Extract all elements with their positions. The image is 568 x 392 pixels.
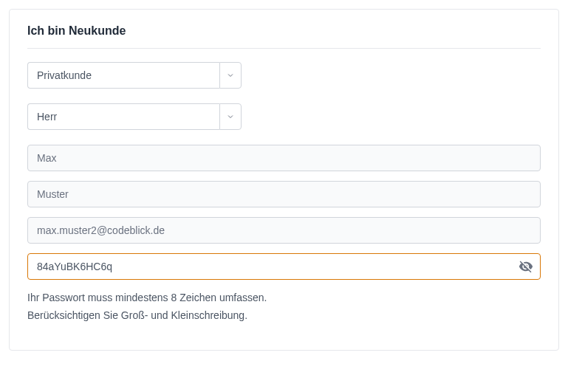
eye-off-icon[interactable] bbox=[519, 259, 533, 274]
password-help-line1: Ihr Passwort muss mindestens 8 Zeichen u… bbox=[27, 289, 541, 307]
first-name-input[interactable] bbox=[27, 145, 541, 171]
last-name-input[interactable] bbox=[27, 181, 541, 207]
salutation-value: Herr bbox=[27, 103, 219, 130]
password-help-line2: Berücksichtigen Sie Groß- und Kleinschre… bbox=[27, 307, 541, 325]
chevron-down-icon bbox=[219, 62, 242, 89]
salutation-select[interactable]: Herr bbox=[27, 103, 242, 130]
password-wrapper bbox=[27, 253, 541, 280]
registration-card: Ich bin Neukunde Privatkunde Herr Ihr Pa… bbox=[9, 9, 559, 351]
password-input[interactable] bbox=[27, 253, 541, 280]
chevron-down-icon bbox=[219, 103, 242, 130]
card-title: Ich bin Neukunde bbox=[27, 24, 541, 49]
email-input[interactable] bbox=[27, 217, 541, 244]
customer-type-value: Privatkunde bbox=[27, 62, 219, 89]
customer-type-select[interactable]: Privatkunde bbox=[27, 62, 242, 89]
